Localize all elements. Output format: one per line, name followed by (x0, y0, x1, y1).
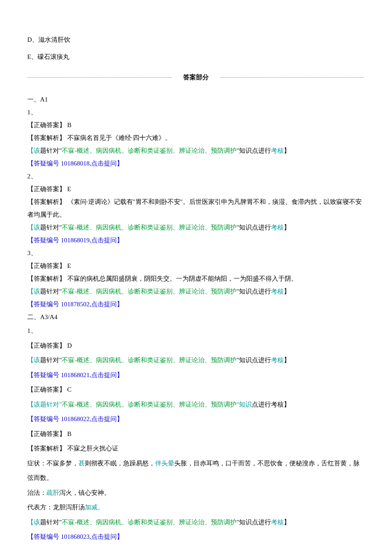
correct-answer: 【正确答案】 C (27, 382, 365, 397)
answer-explanation: 【答案解析】 不寐之肝火扰心证 (27, 441, 365, 456)
correct-answer: 【正确答案】 E (27, 259, 365, 272)
treatment-text: 泻火，镇心安神。 (59, 489, 110, 496)
note-exam: 考核 (271, 357, 284, 363)
question-number: 2、 (27, 170, 365, 183)
answer-section-title: 答案部分 (27, 71, 365, 84)
answer-explanation: 【答案解析】 《素问·逆调论》记载有"胃不和则卧不安"。后世医家引申为凡脾胃不和… (27, 195, 365, 221)
note-bracket: 】 (284, 224, 290, 231)
note-bracket: 【该 (27, 519, 40, 526)
note-topic: 不寐-概述、病因病机、诊断和类证鉴别、辨证论治、预防调护 (62, 519, 236, 526)
category-a3a4: 二、A3/A4 (27, 311, 365, 323)
divider-right (220, 77, 365, 78)
answer-explanation: 【答案解析】 不寐病名首见于《难经·四十六难》。 (27, 131, 365, 144)
note-text: 题针对" (40, 519, 62, 526)
answer-block-2: 2、 【正确答案】 E 【答案解析】 《素问·逆调论》记载有"胃不和则卧不安"。… (27, 170, 365, 247)
question-link[interactable]: 【答疑编号 101868018,点击提问】 (27, 157, 365, 170)
symptom-text: 症状：不寐多梦， (27, 460, 78, 467)
topic-note: 【该题针对"不寐-概述、病因病机、诊断和类证鉴别、辨证论治、预防调护"知识点进行… (27, 144, 365, 157)
topic-note: 【该题针对"不寐-概述、病因病机、诊断和类证鉴别、辨证论治、预防调护"知识点进行… (27, 397, 365, 412)
symptom-line: 症状：不寐多梦，甚则彻夜不眠，急躁易怒，伴头晕头胀，目赤耳鸣，口干而苦，不思饮食… (27, 456, 365, 485)
note-text: "知识点进行 (236, 357, 271, 363)
note-text: 题针对" (40, 288, 62, 295)
answer-section-label: 答案部分 (183, 74, 209, 81)
note-bracket: 【该题针对" (27, 401, 62, 408)
note-bracket: 【该 (27, 357, 40, 363)
formula-line: 代表方：龙胆泻肝汤加减。 (27, 500, 365, 515)
note-text: "知识点进行 (236, 519, 271, 526)
note-text: 题针对" (40, 147, 62, 154)
treatment-label: 治法： (27, 489, 46, 496)
symptom-highlight: 伴头晕 (155, 460, 174, 467)
formula-text: 代表方：龙胆泻肝汤 (27, 504, 85, 511)
correct-answer: 【正确答案】 E (27, 183, 365, 195)
note-exam: 考核 (271, 519, 284, 526)
note-bracket: 【该 (27, 224, 40, 231)
correct-answer: 【正确答案】 D (27, 338, 365, 353)
note-bracket: 】 (284, 357, 290, 363)
topic-note: 【该题针对"不寐-概述、病因病机、诊断和类证鉴别、辨证论治、预防调护"知识点进行… (27, 515, 365, 530)
note-bracket: 】 (284, 147, 290, 154)
question-number: 1、 (27, 106, 365, 119)
treatment-line: 治法：疏肝泻火，镇心安神。 (27, 485, 365, 500)
option-e: E、礞石滚痰丸 (27, 50, 365, 63)
formula-highlight: 加减。 (85, 504, 104, 511)
symptom-text: 则彻夜不眠，急躁易怒， (85, 460, 155, 467)
topic-note: 【该题针对"不寐-概述、病因病机、诊断和类证鉴别、辨证论治、预防调护"知识点进行… (27, 353, 365, 368)
correct-answer: 【正确答案】 B (27, 119, 365, 131)
note-bracket: 】 (284, 288, 290, 295)
note-text: "知识 (236, 401, 252, 408)
answer-explanation: 【答案解析】 不寐的病机总属阳盛阴衰，阴阳失交。一为阴虚不能纳阳，一为阳盛不得入… (27, 272, 365, 285)
note-text: 点进行考核】 (252, 401, 290, 408)
answer-block-1: 1、 【正确答案】 B 【答案解析】 不寐病名首见于《难经·四十六难》。 【该题… (27, 106, 365, 170)
note-exam: 考核 (271, 147, 284, 154)
question-link[interactable]: 【答疑编号 101868021,点击提问】 (27, 368, 365, 383)
answer-block-a34: 1、 【正确答案】 D 【该题针对"不寐-概述、病因病机、诊断和类证鉴别、辨证论… (27, 323, 365, 544)
divider-left (27, 77, 172, 78)
note-topic: 不寐-概述、病因病机、诊断和类证鉴别、辨证论治、预防调护 (62, 401, 236, 408)
note-bracket: 【该 (27, 288, 40, 295)
note-bracket: 【该 (27, 147, 40, 154)
document-page: D、滋水清肝饮 E、礞石滚痰丸 答案部分 一、A1 1、 【正确答案】 B 【答… (0, 0, 392, 555)
topic-note: 【该题针对"不寐-概述、病因病机、诊断和类证鉴别、辨证论治、预防调护"知识点进行… (27, 221, 365, 234)
question-link[interactable]: 【答疑编号 101868022,点击提问】 (27, 412, 365, 427)
note-topic: 不寐-概述、病因病机、诊断和类证鉴别、辨证论治、预防调护 (62, 288, 236, 295)
note-text: 题针对" (40, 357, 62, 363)
question-link[interactable]: 【答疑编号 101868019,点击提问】 (27, 234, 365, 247)
note-exam: 考核 (271, 224, 284, 231)
question-link[interactable]: 【答疑编号 101878502,点击提问】 (27, 298, 365, 311)
question-number: 1、 (27, 323, 365, 338)
topic-note: 【该题针对"不寐-概述、病因病机、诊断和类证鉴别、辨证论治、预防调护"知识点进行… (27, 285, 365, 298)
question-number: 3、 (27, 247, 365, 259)
note-topic: 不寐-概述、病因病机、诊断和类证鉴别、辨证论治、预防调护 (62, 357, 236, 363)
note-text: "知识点进行 (236, 288, 271, 295)
note-text: 题针对" (40, 224, 62, 231)
note-topic: 不寐-概述、病因病机、诊断和类证鉴别、辨证论治、预防调护 (62, 147, 236, 154)
note-text: "知识点进行 (236, 147, 271, 154)
option-d: D、滋水清肝饮 (27, 33, 365, 46)
category-a1: 一、A1 (27, 93, 365, 106)
note-bracket: 】 (284, 519, 290, 526)
correct-answer: 【正确答案】 B (27, 427, 365, 442)
treatment-highlight: 疏肝 (46, 489, 59, 496)
symptom-highlight: 甚 (78, 460, 85, 467)
question-link[interactable]: 【答疑编号 101868023,点击提问】 (27, 529, 365, 544)
note-topic: 不寐-概述、病因病机、诊断和类证鉴别、辨证论治、预防调护 (62, 224, 236, 231)
note-text: "知识点进行 (236, 224, 271, 231)
answer-block-3: 3、 【正确答案】 E 【答案解析】 不寐的病机总属阳盛阴衰，阴阳失交。一为阴虚… (27, 247, 365, 311)
note-exam: 考核 (271, 288, 284, 295)
